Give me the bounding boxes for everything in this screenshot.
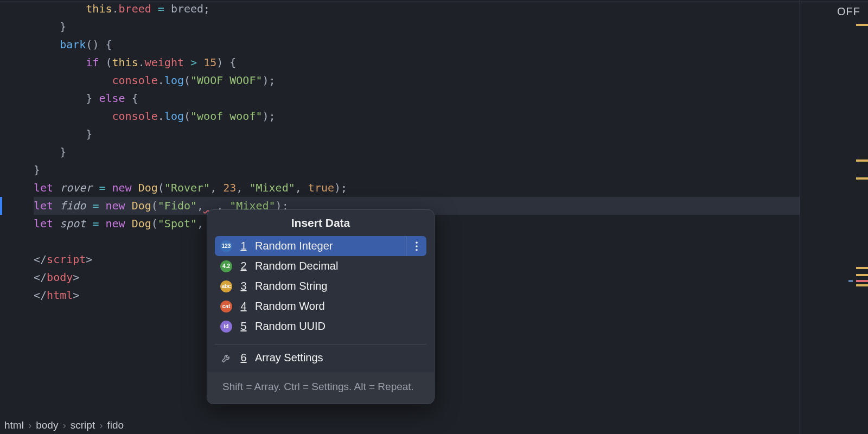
popup-item-label: Array Settings (255, 352, 323, 364)
breadcrumb-item[interactable]: fido (107, 419, 124, 431)
breadcrumb-item[interactable]: html (4, 419, 24, 431)
popup-list: 1231Random Integer4.22Random Decimalabc3… (207, 236, 434, 341)
popup-separator (215, 344, 426, 344)
right-gutter-panel: OFF (800, 0, 868, 434)
panel-top-divider (800, 2, 868, 2)
popup-settings-section: 6 Array Settings (207, 348, 434, 372)
popup-shortcut: 2 (240, 260, 247, 272)
wrench-icon (220, 353, 232, 363)
chevron-right-icon: › (62, 419, 66, 431)
popup-shortcut: 5 (240, 320, 247, 333)
svg-point-0 (416, 241, 418, 244)
str-type-icon: abc (220, 280, 232, 292)
code-line[interactable]: } (34, 125, 800, 143)
code-line[interactable]: console.log("woof woof"); (34, 107, 800, 125)
menu-item-random-word[interactable]: cat4Random Word (215, 296, 426, 316)
popup-item-label: Random Integer (255, 240, 333, 252)
menu-item-array-settings[interactable]: 6 Array Settings (215, 348, 426, 368)
dec-type-icon: 4.2 (220, 260, 232, 272)
error-stripe-mark[interactable] (848, 280, 853, 282)
uuid-type-icon: id (220, 321, 232, 333)
error-stripe-mark[interactable] (856, 280, 868, 282)
menu-item-random-decimal[interactable]: 4.22Random Decimal (215, 256, 426, 276)
popup-shortcut: 1 (240, 240, 247, 252)
breadcrumb-item[interactable]: body (36, 419, 58, 431)
error-stripe-mark[interactable] (856, 159, 868, 162)
popup-shortcut: 3 (240, 280, 247, 292)
svg-point-2 (416, 248, 418, 251)
code-line[interactable]: } (34, 18, 800, 36)
popup-item-label: Random UUID (255, 320, 326, 333)
error-stripe-mark[interactable] (856, 284, 868, 286)
code-line[interactable]: } (34, 143, 800, 161)
code-line[interactable]: bark() { (34, 36, 800, 54)
off-toggle[interactable]: OFF (837, 5, 860, 18)
chevron-right-icon: › (28, 419, 31, 431)
code-line[interactable]: if (this.weight > 15) { (34, 54, 800, 72)
popup-item-label: Random String (255, 280, 327, 292)
menu-item-random-string[interactable]: abc3Random String (215, 276, 426, 296)
code-line[interactable]: } else { (34, 90, 800, 107)
breadcrumb[interactable]: html›body›script›fido (0, 417, 800, 434)
code-line[interactable]: } (34, 161, 800, 179)
error-stripe-mark[interactable] (856, 267, 868, 269)
int-type-icon: 123 (220, 240, 232, 252)
breadcrumb-item[interactable]: script (71, 419, 95, 431)
svg-point-1 (416, 245, 418, 247)
code-line[interactable]: console.log("WOOF WOOF"); (34, 72, 800, 90)
insert-data-popup: Insert Data 1231Random Integer4.22Random… (207, 209, 435, 404)
error-stripe-mark[interactable] (856, 177, 868, 180)
popup-item-label: Random Decimal (255, 260, 338, 272)
popup-item-label: Random Word (255, 300, 325, 312)
code-line[interactable]: let rover = new Dog("Rover", 23, "Mixed"… (34, 179, 800, 197)
menu-item-random-integer[interactable]: 1231Random Integer (215, 236, 426, 256)
kebab-icon[interactable] (406, 236, 426, 256)
error-stripe-mark[interactable] (856, 24, 868, 26)
menu-item-random-uuid[interactable]: id5Random UUID (215, 316, 426, 336)
chevron-right-icon: › (99, 419, 103, 431)
code-line[interactable]: this.breed = breed; (34, 0, 800, 18)
popup-shortcut: 6 (240, 352, 247, 364)
word-type-icon: cat (220, 301, 232, 312)
popup-title: Insert Data (207, 210, 434, 236)
popup-shortcut: 4 (240, 300, 247, 312)
popup-hint: Shift = Array. Ctrl = Settings. Alt = Re… (207, 372, 434, 404)
error-stripe-mark[interactable] (856, 274, 868, 276)
